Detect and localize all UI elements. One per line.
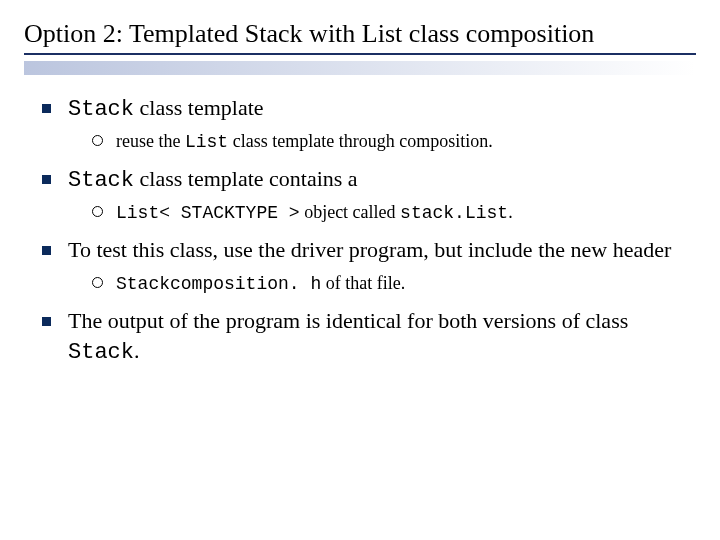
code-fragment: Stackcomposition. h (116, 274, 321, 294)
bullet-list-level2: reuse the List class template through co… (92, 129, 696, 154)
text-fragment: The output of the program is identical f… (68, 308, 628, 333)
text-fragment: class template contains a (134, 166, 358, 191)
bullet-text: Stack class template contains a (68, 166, 358, 191)
bullet-item: Stack class template contains a List< ST… (42, 164, 696, 225)
code-fragment: Stack (68, 97, 134, 122)
text-fragment: class template (134, 95, 264, 120)
sub-bullet-item: Stackcomposition. h of that file. (92, 271, 696, 296)
code-fragment: List< STACKTYPE > (116, 203, 300, 223)
text-fragment: . (134, 338, 140, 363)
code-fragment: List (185, 132, 228, 152)
sub-bullet-item: reuse the List class template through co… (92, 129, 696, 154)
code-fragment: Stack (68, 340, 134, 365)
slide-title: Option 2: Templated Stack with List clas… (24, 18, 696, 49)
text-fragment: . (508, 202, 513, 222)
text-fragment: To test this class, use the driver progr… (68, 237, 671, 262)
sub-bullet-item: List< STACKTYPE > object called stack.Li… (92, 200, 696, 225)
bullet-list-level1: Stack class template reuse the List clas… (42, 93, 696, 367)
bullet-text: Stack class template (68, 95, 264, 120)
bullet-item: To test this class, use the driver progr… (42, 235, 696, 296)
bullet-list-level2: List< STACKTYPE > object called stack.Li… (92, 200, 696, 225)
title-underline (24, 53, 696, 55)
slide: Option 2: Templated Stack with List clas… (0, 0, 720, 402)
bullet-item: The output of the program is identical f… (42, 306, 696, 367)
bullet-text: To test this class, use the driver progr… (68, 237, 671, 262)
bullet-list-level2: Stackcomposition. h of that file. (92, 271, 696, 296)
code-fragment: stack.List (400, 203, 508, 223)
text-fragment: of that file. (321, 273, 405, 293)
text-fragment: object called (300, 202, 400, 222)
text-fragment: reuse the (116, 131, 185, 151)
code-fragment: Stack (68, 168, 134, 193)
bullet-item: Stack class template reuse the List clas… (42, 93, 696, 154)
bullet-text: The output of the program is identical f… (68, 308, 628, 363)
title-gradient-bar (24, 61, 696, 75)
text-fragment: class template through composition. (228, 131, 492, 151)
